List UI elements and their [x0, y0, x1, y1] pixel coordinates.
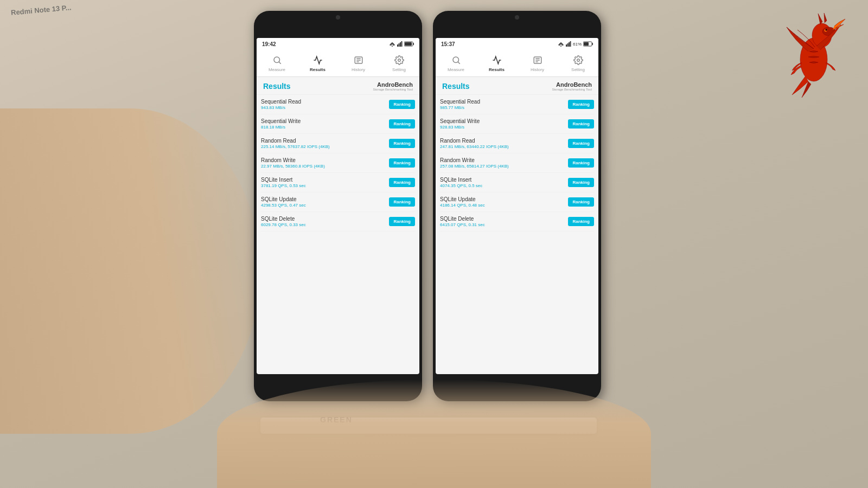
bench-sqlite-update-right: SQLite Update 4186.14 QPS, 0.48 sec Rank…: [440, 192, 594, 212]
svg-point-14: [398, 59, 400, 62]
results-title-right: Results: [442, 82, 470, 91]
status-bar-right: 15:37 61%: [436, 38, 598, 50]
setting-icon-right: [572, 54, 584, 66]
bench-sqlite-update-left: SQLite Update 4298.53 QPS, 0.47 sec Rank…: [261, 192, 415, 212]
ranking-btn-sqlite-delete-left[interactable]: Ranking: [389, 217, 415, 226]
bench-list-right: Sequential Read 985.77 MB/s Ranking Sequ…: [436, 95, 598, 232]
ranking-btn-seq-read-right[interactable]: Ranking: [568, 100, 594, 109]
hand-bottom: [217, 380, 651, 488]
bench-sqlite-delete-right: SQLite Delete 6415.07 QPS, 0.31 sec Rank…: [440, 212, 594, 232]
svg-point-8: [274, 57, 280, 63]
nav-results-left[interactable]: Results: [297, 52, 338, 74]
svg-point-23: [453, 57, 459, 63]
results-header-right: Results AndroBench Storage Benchmarking …: [436, 77, 598, 95]
nav-history-left[interactable]: History: [338, 52, 379, 74]
results-icon-right: [491, 54, 503, 66]
bench-sqlite-insert-left: SQLite Insert 3781.19 QPS, 0.53 sec Rank…: [261, 173, 415, 192]
nav-history-right[interactable]: History: [517, 52, 558, 74]
status-time-left: 19:42: [262, 41, 276, 47]
phone-right-screen: 15:37 61%: [436, 38, 598, 374]
bench-rand-write-left: Random Write 22.97 MB/s, 58360.8 IOPS (4…: [261, 153, 415, 173]
battery-percent-right: 61%: [573, 42, 582, 47]
ranking-btn-rand-read-right[interactable]: Ranking: [568, 139, 594, 148]
ranking-btn-sqlite-update-right[interactable]: Ranking: [568, 197, 594, 207]
svg-rect-3: [400, 42, 401, 47]
svg-rect-19: [570, 41, 571, 47]
wifi-icon-left: [389, 41, 395, 47]
battery-icon-left: [404, 41, 414, 47]
nav-setting-right[interactable]: Setting: [558, 52, 598, 74]
battery-icon-right: [583, 41, 593, 47]
ranking-btn-seq-write-left[interactable]: Ranking: [389, 119, 415, 129]
setting-icon-left: [393, 54, 405, 66]
svg-rect-4: [401, 41, 403, 47]
bench-seq-read-left: Sequential Read 943.83 MB/s Ranking: [261, 95, 415, 114]
ranking-btn-rand-read-left[interactable]: Ranking: [389, 139, 415, 148]
svg-point-0: [392, 46, 393, 47]
status-icons-left: [389, 41, 414, 47]
history-icon-right: [532, 54, 544, 66]
androbench-logo-left: AndroBench Storage Benchmarking Tool: [373, 81, 413, 91]
measure-icon-left: [271, 54, 283, 66]
nav-measure-right[interactable]: Measure: [436, 52, 476, 74]
svg-marker-36: [824, 13, 827, 23]
bench-rand-write-right: Random Write 257.08 MB/s, 65814.27 IOPS …: [440, 153, 594, 173]
nav-bar-left: Measure Results: [257, 50, 419, 77]
svg-point-34: [826, 29, 827, 31]
ranking-btn-rand-write-right[interactable]: Ranking: [568, 158, 594, 168]
phone-left: 19:42: [254, 11, 422, 401]
signal-icon-right: [566, 41, 571, 47]
bench-rand-read-right: Random Read 247.81 MB/s, 63440.22 IOPS (…: [440, 134, 594, 153]
nav-measure-left[interactable]: Measure: [257, 52, 297, 74]
history-icon-left: [353, 54, 365, 66]
results-title-left: Results: [263, 82, 291, 91]
status-bar-left: 19:42: [257, 38, 419, 50]
svg-line-24: [458, 62, 460, 64]
bench-seq-read-right: Sequential Read 985.77 MB/s Ranking: [440, 95, 594, 114]
ranking-btn-seq-read-left[interactable]: Ranking: [389, 100, 415, 109]
svg-rect-1: [397, 44, 398, 47]
svg-rect-16: [566, 44, 567, 47]
ranking-btn-sqlite-update-left[interactable]: Ranking: [389, 197, 415, 207]
dragon-svg: [781, 11, 846, 98]
ranking-btn-sqlite-delete-right[interactable]: Ranking: [568, 217, 594, 226]
bench-seq-write-right: Sequential Write 928.83 MB/s Ranking: [440, 114, 594, 134]
status-icons-right: 61%: [558, 41, 593, 47]
ranking-btn-sqlite-insert-left[interactable]: Ranking: [389, 178, 415, 187]
ranking-btn-seq-write-right[interactable]: Ranking: [568, 119, 594, 129]
bench-sqlite-delete-left: SQLite Delete 6029.78 QPS, 0.33 sec Rank…: [261, 212, 415, 232]
svg-rect-22: [584, 42, 589, 46]
status-time-right: 15:37: [441, 41, 455, 47]
bench-sqlite-insert-right: SQLite Insert 4074.35 QPS, 0.5 sec Ranki…: [440, 173, 594, 192]
wifi-icon-right: [558, 41, 564, 47]
svg-rect-2: [399, 43, 400, 47]
svg-marker-35: [818, 14, 822, 24]
results-icon-left: [312, 54, 324, 66]
ranking-btn-sqlite-insert-right[interactable]: Ranking: [568, 178, 594, 187]
androbench-logo-right: AndroBench Storage Benchmarking Tool: [552, 81, 592, 91]
bench-list-left: Sequential Read 943.83 MB/s Ranking Sequ…: [257, 95, 419, 232]
camera-left: [336, 15, 340, 20]
nav-setting-left[interactable]: Setting: [379, 52, 419, 74]
svg-rect-18: [569, 42, 570, 47]
svg-rect-17: [567, 43, 568, 47]
nav-results-right[interactable]: Results: [476, 52, 517, 74]
svg-line-9: [279, 62, 281, 64]
hand-left: [0, 108, 260, 434]
bench-rand-read-left: Random Read 225.14 MB/s, 57637.82 IOPS (…: [261, 134, 415, 153]
svg-rect-7: [405, 42, 412, 46]
camera-right: [515, 15, 519, 20]
svg-point-15: [560, 46, 561, 47]
svg-rect-6: [413, 43, 414, 45]
phone-right: 15:37 61%: [433, 11, 601, 401]
bench-seq-write-left: Sequential Write 818.18 MB/s Ranking: [261, 114, 415, 134]
phone-left-screen: 19:42: [257, 38, 419, 374]
svg-point-29: [577, 59, 579, 62]
dragon-logo: [781, 11, 846, 98]
nav-bar-right: Measure Results: [436, 50, 598, 77]
measure-icon-right: [450, 54, 462, 66]
results-header-left: Results AndroBench Storage Benchmarking …: [257, 77, 419, 95]
ranking-btn-rand-write-left[interactable]: Ranking: [389, 158, 415, 168]
signal-icon-left: [397, 41, 403, 47]
svg-rect-21: [592, 43, 593, 45]
